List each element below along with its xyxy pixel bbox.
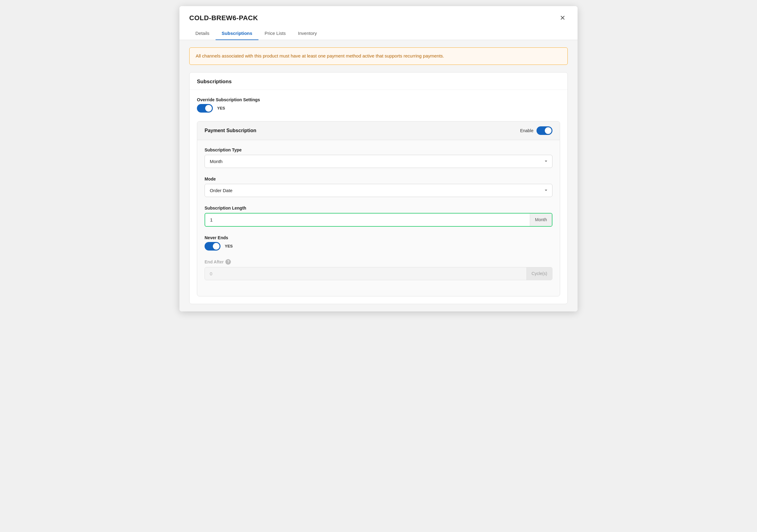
tab-subscriptions[interactable]: Subscriptions — [216, 26, 258, 40]
never-ends-label: Never Ends — [204, 235, 553, 240]
payment-subscription-header: Payment Subscription Enable — [197, 122, 560, 140]
mode-group: Mode Order Date Fixed Date — [204, 177, 553, 197]
close-button[interactable]: ✕ — [557, 13, 568, 23]
subscription-length-input[interactable] — [205, 213, 530, 226]
modal-header: COLD-BREW6-PACK ✕ — [179, 6, 578, 23]
end-after-suffix: Cycle(s) — [527, 267, 552, 280]
never-ends-yes-label: YES — [225, 244, 233, 248]
never-ends-toggle-row: YES — [204, 242, 553, 251]
subscriptions-card-body: Override Subscription Settings YES Payme… — [190, 90, 567, 304]
tab-price-lists[interactable]: Price Lists — [258, 26, 292, 40]
override-label: Override Subscription Settings — [197, 97, 560, 102]
modal-title: COLD-BREW6-PACK — [189, 14, 258, 22]
subscription-length-input-wrapper: Month — [204, 213, 553, 227]
tab-bar: Details Subscriptions Price Lists Invent… — [179, 26, 578, 40]
subscriptions-section-title: Subscriptions — [190, 72, 567, 90]
mode-label: Mode — [204, 177, 553, 182]
payment-subscription-title: Payment Subscription — [204, 128, 256, 133]
tab-inventory[interactable]: Inventory — [292, 26, 323, 40]
end-after-help-icon[interactable]: ? — [226, 259, 231, 265]
subscription-type-label: Subscription Type — [204, 148, 553, 152]
subscription-length-label: Subscription Length — [204, 206, 553, 210]
override-subscription-group: Override Subscription Settings YES — [197, 97, 560, 113]
product-modal: COLD-BREW6-PACK ✕ Details Subscriptions … — [179, 6, 578, 311]
mode-select[interactable]: Order Date Fixed Date — [204, 184, 553, 197]
never-ends-toggle[interactable] — [204, 242, 221, 251]
tab-details[interactable]: Details — [189, 26, 216, 40]
override-toggle[interactable] — [197, 104, 213, 113]
subscription-type-select[interactable]: Day Week Month Year — [204, 155, 553, 168]
enable-label: Enable — [520, 128, 533, 133]
end-after-input-wrapper: Cycle(s) — [204, 267, 553, 280]
override-yes-label: YES — [217, 106, 225, 110]
end-after-input — [205, 267, 527, 280]
modal-body: All channels associated with this produc… — [179, 40, 578, 311]
payment-subscription-card: Payment Subscription Enable Subs — [197, 121, 560, 296]
warning-alert: All channels associated with this produc… — [189, 47, 568, 65]
never-ends-group: Never Ends YES — [204, 235, 553, 251]
end-after-label-row: End After ? — [204, 259, 553, 265]
subscription-type-group: Subscription Type Day Week Month Year — [204, 148, 553, 168]
payment-subscription-body: Subscription Type Day Week Month Year Mo… — [197, 140, 560, 296]
end-after-group: End After ? Cycle(s) — [204, 259, 553, 280]
end-after-label: End After — [204, 260, 224, 264]
subscription-length-suffix: Month — [530, 213, 552, 226]
enable-toggle[interactable] — [536, 126, 553, 135]
alert-message: All channels associated with this produc… — [196, 53, 444, 58]
enable-row: Enable — [520, 126, 553, 135]
override-toggle-row: YES — [197, 104, 560, 113]
subscription-length-group: Subscription Length Month — [204, 206, 553, 227]
subscriptions-card: Subscriptions Override Subscription Sett… — [189, 72, 568, 304]
